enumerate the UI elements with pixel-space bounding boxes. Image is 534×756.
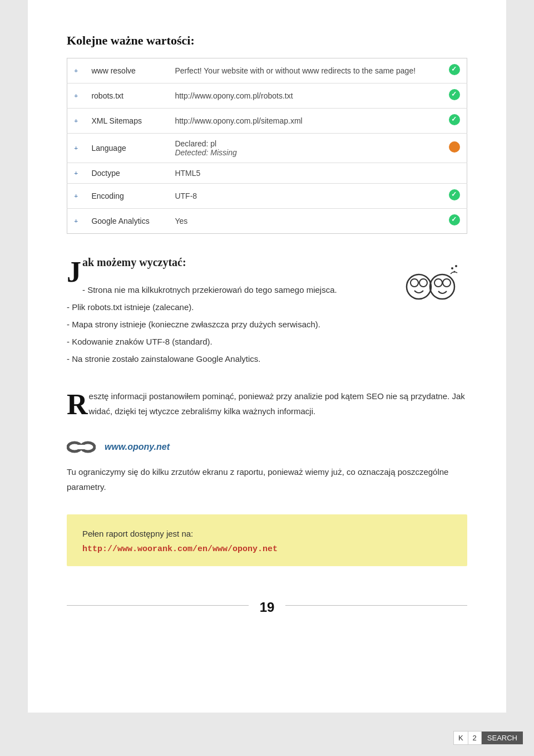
jak-content-wrap: J ak możemy wyczytać: - Strona nie ma ki… xyxy=(67,256,467,369)
footer-page-number: 19 xyxy=(249,600,286,615)
row-status xyxy=(442,209,467,234)
svg-point-7 xyxy=(455,265,457,267)
table-row: + XML Sitemaps http://www.opony.com.pl/s… xyxy=(67,109,467,134)
row-value: http://www.opony.com.pl/sitemap.xml xyxy=(168,109,442,134)
reszta-text: Resztę informacji postanowiłem pominąć, … xyxy=(67,389,467,419)
jak-point-4: - Kodowanie znaków UTF-8 (standard). xyxy=(67,334,384,349)
status-orange-icon xyxy=(449,141,460,153)
expand-icon[interactable]: + xyxy=(67,58,85,84)
expand-icon[interactable]: + xyxy=(67,209,85,234)
row-value: UTF-8 xyxy=(168,184,442,209)
status-green-icon xyxy=(449,214,460,225)
svg-point-2 xyxy=(419,279,427,287)
expand-icon[interactable]: + xyxy=(67,184,85,209)
status-green-icon xyxy=(449,64,460,75)
reszta-section: Resztę informacji postanowiłem pominąć, … xyxy=(67,389,467,419)
jak-heading-block: J ak możemy wyczytać: xyxy=(67,256,384,269)
row-value: Yes xyxy=(168,209,442,234)
row-label: Language xyxy=(85,134,168,163)
svg-point-5 xyxy=(443,279,451,287)
row-label: XML Sitemaps xyxy=(85,109,168,134)
report-label: Pełen raport dostępny jest na: xyxy=(82,527,452,541)
row-label: www resolve xyxy=(85,58,168,84)
status-green-icon xyxy=(449,114,460,125)
row-label: Google Analytics xyxy=(85,209,168,234)
encoding-label: Encoding xyxy=(85,184,168,209)
jak-section: J ak możemy wyczytać: - Strona nie ma ki… xyxy=(67,256,467,369)
svg-point-0 xyxy=(407,274,431,299)
row-status xyxy=(442,84,467,109)
jak-doodle-image xyxy=(395,256,467,312)
row-status xyxy=(442,109,467,134)
status-green-icon xyxy=(449,89,460,100)
page-container: Kolejne ważne wartości: + www resolve Pe… xyxy=(28,0,506,713)
jak-heading-text: ak możemy wyczytać: xyxy=(82,256,186,268)
row-status xyxy=(442,134,467,163)
row-value: Declared: pl Detected: Missing xyxy=(168,134,442,163)
row-value: http://www.opony.com.pl/robots.txt xyxy=(168,84,442,109)
row-value: HTML5 xyxy=(168,163,442,184)
bottom-pagination: K 2 SEARCH xyxy=(453,731,523,745)
row-status xyxy=(442,184,467,209)
opony-desc: Tu ograniczymy się do kilku zrzutów ekra… xyxy=(67,464,467,494)
table-row: + Language Declared: pl Detected: Missin… xyxy=(67,134,467,163)
footer: 19 xyxy=(67,588,467,621)
jak-text: J ak możemy wyczytać: - Strona nie ma ki… xyxy=(67,256,384,369)
reszta-drop-cap: R xyxy=(67,392,88,418)
jak-point-3: - Mapa strony istnieje (konieczne zwłasz… xyxy=(67,317,384,332)
table-row: + Doctype HTML5 xyxy=(67,163,467,184)
row-label: robots.txt xyxy=(85,84,168,109)
section-title: Kolejne ważne wartości: xyxy=(67,33,467,48)
report-box: Pełen raport dostępny jest na: http://ww… xyxy=(67,514,467,566)
table-row: + robots.txt http://www.opony.com.pl/rob… xyxy=(67,84,467,109)
report-url[interactable]: http://www.woorank.com/en/www/opony.net xyxy=(82,544,278,554)
svg-rect-11 xyxy=(78,445,85,449)
chain-link-icon xyxy=(67,439,96,455)
pagination-num: 2 xyxy=(468,731,482,745)
svg-point-6 xyxy=(451,267,453,269)
jak-drop-cap: J xyxy=(67,259,81,286)
table-row: + Google Analytics Yes xyxy=(67,209,467,234)
row-value: Perfect! Your website with or without ww… xyxy=(168,58,442,84)
pagination-k: K xyxy=(453,731,468,745)
expand-icon[interactable]: + xyxy=(67,84,85,109)
svg-point-1 xyxy=(411,279,418,287)
info-table: + www resolve Perfect! Your website with… xyxy=(67,58,467,234)
expand-icon[interactable]: + xyxy=(67,163,85,184)
status-green-icon xyxy=(449,189,460,200)
row-label: Doctype xyxy=(85,163,168,184)
table-row: + Encoding UTF-8 xyxy=(67,184,467,209)
row-status xyxy=(442,58,467,84)
jak-point-2: - Plik robots.txt istnieje (zalecane). xyxy=(67,300,384,315)
detected-missing: Detected: Missing xyxy=(175,148,236,157)
jak-point-5: - Na stronie zostało zainstalowane Googl… xyxy=(67,351,384,366)
svg-point-4 xyxy=(434,279,442,287)
expand-icon[interactable]: + xyxy=(67,134,85,163)
opony-section: www.opony.net xyxy=(67,439,467,455)
expand-icon[interactable]: + xyxy=(67,109,85,134)
svg-point-3 xyxy=(430,274,454,299)
jak-point-1: - Strona nie ma kilkukrotnych przekierow… xyxy=(67,282,384,297)
opony-url: www.opony.net xyxy=(105,442,170,452)
row-status xyxy=(442,163,467,184)
table-row: + www resolve Perfect! Your website with… xyxy=(67,58,467,84)
pagination-search: SEARCH xyxy=(482,732,523,744)
